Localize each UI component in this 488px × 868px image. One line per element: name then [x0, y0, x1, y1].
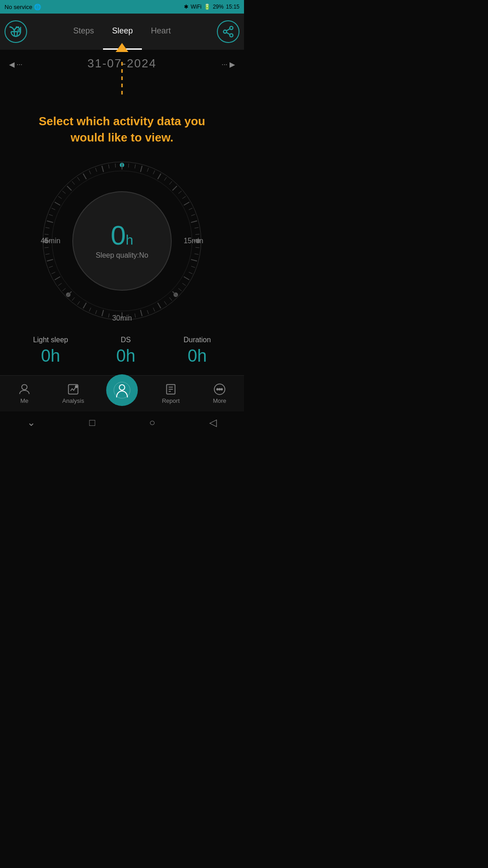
svg-line-31 [195, 247, 199, 248]
dial-center: 0 h Sleep quality:No [72, 191, 172, 291]
svg-line-37 [183, 283, 186, 285]
svg-line-76 [72, 181, 75, 184]
svg-line-20 [169, 181, 172, 184]
svg-point-84 [22, 385, 27, 390]
stat-ds-value: 0h [116, 346, 135, 366]
stat-duration: Duration 0h [183, 336, 211, 366]
svg-line-26 [191, 214, 195, 216]
stat-light-sleep: Light sleep 0h [33, 336, 68, 366]
svg-line-81 [102, 166, 103, 172]
no-service-text: No service [5, 4, 32, 10]
status-left: No service 🌐 [5, 4, 41, 10]
refresh-button[interactable] [5, 20, 27, 43]
svg-line-24 [184, 202, 189, 205]
svg-line-53 [89, 308, 91, 311]
prompt-text: Select which activity data you would lik… [0, 104, 244, 155]
me-icon [18, 383, 31, 396]
svg-line-23 [183, 196, 186, 198]
battery-icon: 🔋 [204, 4, 211, 10]
svg-line-50 [108, 313, 109, 317]
date-arrow-up [116, 43, 128, 52]
svg-line-43 [153, 308, 155, 311]
svg-line-15 [141, 166, 142, 172]
status-right: ✱ WiFi 🔋 29% 15:15 [184, 4, 239, 10]
svg-point-87 [119, 385, 125, 390]
android-home-button[interactable]: ○ [149, 417, 155, 429]
svg-line-54 [83, 303, 86, 308]
nav-item-me[interactable]: Me [0, 383, 49, 404]
svg-point-86 [75, 386, 78, 388]
dial-quality: Sleep quality:No [96, 251, 149, 259]
dial-label-15min: 15min [183, 237, 203, 245]
home-center-button[interactable] [106, 374, 138, 406]
svg-line-14 [135, 164, 136, 168]
svg-line-33 [191, 259, 197, 261]
dial-time-display: 0 h [111, 222, 133, 249]
dial-unit: h [126, 233, 133, 247]
nav-me-label: Me [20, 397, 28, 404]
svg-line-64 [46, 254, 50, 255]
svg-line-65 [45, 247, 49, 248]
svg-line-61 [52, 272, 55, 274]
svg-line-73 [58, 196, 61, 198]
signal-icon: 🌐 [34, 4, 41, 10]
svg-line-59 [58, 283, 61, 285]
svg-line-79 [89, 170, 91, 174]
svg-line-41 [164, 301, 166, 304]
svg-line-38 [178, 288, 182, 291]
home-icon [113, 381, 131, 399]
svg-line-51 [102, 310, 103, 316]
svg-point-0 [230, 26, 233, 29]
nav-report-label: Report [162, 397, 179, 404]
svg-line-56 [72, 297, 75, 301]
tab-steps[interactable]: Steps [64, 14, 103, 50]
svg-line-67 [45, 234, 49, 235]
svg-line-63 [47, 259, 53, 261]
svg-line-28 [195, 227, 199, 228]
svg-line-29 [195, 234, 199, 235]
date-display: 31-07-2024 [23, 57, 221, 71]
svg-line-19 [164, 177, 166, 180]
sleep-dial: 45min 15min 30min 0 h Sleep quality:No [36, 155, 208, 327]
android-down-button[interactable]: ⌄ [27, 417, 35, 429]
android-back-button[interactable]: ◁ [209, 417, 217, 429]
prev-date-button[interactable]: ◀ ··· [9, 60, 23, 69]
android-square-button[interactable]: □ [89, 417, 95, 429]
stat-duration-value: 0h [188, 346, 206, 366]
svg-line-22 [178, 191, 182, 193]
dial-label-30min: 30min [112, 314, 132, 322]
svg-line-16 [147, 168, 149, 171]
svg-line-18 [158, 174, 161, 179]
svg-line-21 [173, 186, 177, 190]
svg-line-83 [115, 163, 116, 167]
more-icon [213, 383, 226, 396]
analysis-icon [67, 383, 80, 396]
nav-item-home[interactable] [98, 381, 146, 406]
next-date-button[interactable]: ··· ▶ [221, 60, 235, 69]
svg-line-44 [147, 310, 149, 314]
svg-point-1 [224, 30, 227, 33]
nav-more-label: More [213, 397, 226, 404]
svg-line-17 [153, 170, 155, 174]
svg-line-4 [226, 29, 230, 31]
svg-line-45 [141, 310, 142, 316]
svg-line-13 [128, 163, 129, 167]
tab-heart[interactable]: Heart [142, 14, 180, 50]
svg-line-42 [158, 303, 161, 308]
date-navigation: ◀ ··· 31-07-2024 ··· ▶ [0, 50, 244, 104]
stat-ds: DS 0h [116, 336, 135, 366]
share-button[interactable] [217, 20, 239, 43]
svg-line-72 [55, 202, 60, 205]
nav-item-more[interactable]: More [195, 383, 244, 404]
nav-item-analysis[interactable]: Analysis [49, 383, 98, 404]
bluetooth-icon: ✱ [184, 4, 188, 10]
stat-light-sleep-label: Light sleep [33, 336, 68, 344]
svg-line-71 [52, 208, 55, 210]
svg-line-77 [77, 177, 80, 180]
svg-line-62 [49, 266, 52, 268]
svg-line-68 [46, 227, 50, 228]
nav-item-report[interactable]: Report [146, 383, 195, 404]
svg-line-46 [135, 313, 136, 317]
bottom-nav: Me Analysis Report [0, 375, 244, 411]
battery-text: 29% [213, 4, 224, 10]
